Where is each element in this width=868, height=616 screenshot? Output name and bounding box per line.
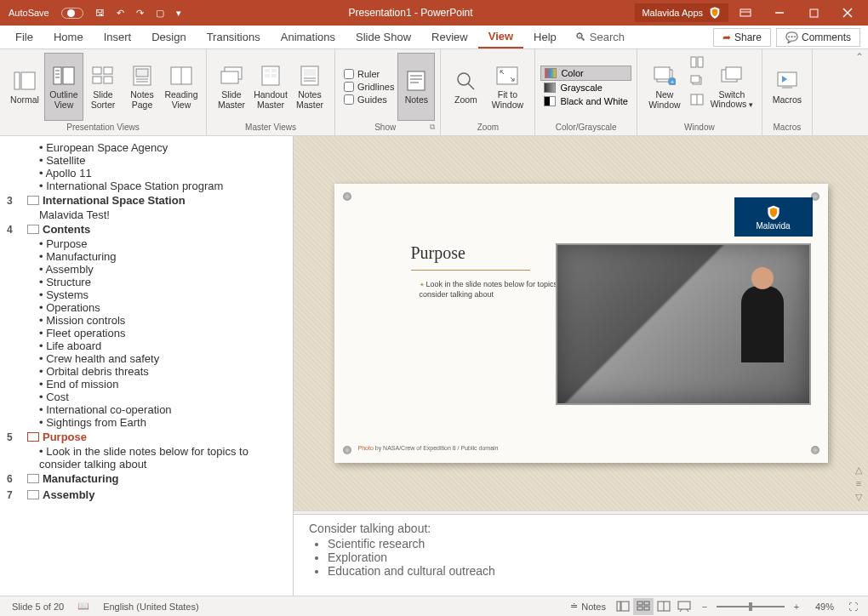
sorter-view-icon[interactable] (633, 598, 654, 615)
undo-icon[interactable]: ↶ (111, 5, 129, 21)
outline-bullet[interactable]: Fleet operations (3, 327, 293, 339)
tab-review[interactable]: Review (421, 26, 478, 48)
outline-bullet[interactable]: Orbital debris threats (3, 365, 293, 378)
save-icon[interactable]: 🖫 (90, 5, 110, 20)
slideshow-view-icon[interactable] (674, 598, 694, 615)
notes-status-button[interactable]: ≐ Notes (563, 601, 613, 612)
gridlines-checkbox[interactable]: Gridlines (344, 82, 394, 92)
outline-bullet[interactable]: Systems (3, 288, 293, 301)
reading-view-button[interactable]: Reading View (162, 53, 201, 121)
grayscale-mode-button[interactable]: Grayscale (540, 81, 631, 94)
app-badge[interactable]: Malavida Apps (635, 3, 728, 22)
present-icon[interactable]: ▢ (151, 5, 169, 21)
notes-page-button[interactable]: Notes Page (123, 53, 162, 121)
move-split-icon[interactable] (688, 92, 705, 107)
tab-slideshow[interactable]: Slide Show (345, 26, 421, 48)
outline-bullet[interactable]: Look in the slide notes below for topics… (3, 445, 293, 471)
tab-animations[interactable]: Animations (271, 26, 345, 48)
share-button[interactable]: ➦Share (713, 28, 771, 47)
tab-insert[interactable]: Insert (94, 26, 142, 48)
new-window-button[interactable]: +New Window (642, 53, 687, 121)
slide-photo[interactable] (556, 243, 811, 405)
outline-bullet[interactable]: Sightings from Earth (3, 416, 293, 429)
slide[interactable]: Malavida Purpose Look in the slide notes… (334, 184, 828, 463)
zoom-out-button[interactable]: − (694, 598, 715, 615)
slide-body-text[interactable]: Look in the slide notes below for topics… (420, 279, 573, 299)
credit-link[interactable]: Photo (358, 445, 374, 451)
outline-bullet[interactable]: Purpose (3, 237, 293, 250)
arrange-all-icon[interactable] (688, 54, 705, 70)
qat-dropdown-icon[interactable]: ▾ (171, 5, 186, 21)
fit-window-button[interactable]: Fit to Window (485, 53, 529, 121)
zoom-in-button[interactable]: + (786, 598, 807, 615)
outline-bullet[interactable]: Crew health and safety (3, 352, 293, 365)
notes-bullet[interactable]: Exploration (328, 550, 853, 564)
outline-bullet[interactable]: European Space Agency (3, 141, 293, 154)
notes-master-button[interactable]: Notes Master (290, 53, 329, 121)
tab-transitions[interactable]: Transitions (197, 26, 271, 48)
outline-slide-title[interactable]: 3 International Space Station (3, 192, 293, 208)
slide-master-button[interactable]: Slide Master (212, 53, 251, 121)
next-slide-icon[interactable]: ▽ (851, 492, 866, 504)
autosave-toggle[interactable] (56, 5, 89, 21)
notes-pane[interactable]: Consider talking about: Scientific resea… (294, 514, 868, 596)
ribbon-mode-icon[interactable] (728, 0, 762, 26)
outline-slide-title[interactable]: 6 Manufacturing (3, 471, 293, 487)
outline-bullet[interactable]: International co-operation (3, 403, 293, 416)
outline-bullet[interactable]: Assembly (3, 263, 293, 276)
prev-slide-icon[interactable]: △ (851, 465, 866, 476)
normal-view-button[interactable]: Normal (5, 53, 44, 121)
tab-help[interactable]: Help (523, 26, 567, 48)
normal-view-icon[interactable] (613, 598, 633, 615)
outline-bullet[interactable]: Satellite (3, 154, 293, 167)
outline-slide-title[interactable]: 7 Assembly (3, 487, 293, 503)
outline-bullet[interactable]: Operations (3, 301, 293, 314)
spellcheck-icon[interactable]: 📖 (71, 601, 96, 612)
tab-design[interactable]: Design (141, 26, 196, 48)
ruler-checkbox[interactable]: Ruler (344, 69, 394, 79)
outline-bullet[interactable]: Life aboard (3, 339, 293, 352)
outline-bullet[interactable]: Manufacturing (3, 250, 293, 263)
outline-bullet[interactable]: Cost (3, 391, 293, 403)
tab-file[interactable]: File (5, 26, 43, 48)
tab-home[interactable]: Home (43, 26, 94, 48)
macros-button[interactable]: Macros (768, 53, 807, 121)
tab-view[interactable]: View (478, 26, 523, 48)
switch-windows-button[interactable]: Switch Windows ▾ (707, 53, 757, 121)
bw-mode-button[interactable]: Black and White (540, 94, 631, 108)
outline-bullet[interactable]: Mission controls (3, 314, 293, 327)
outline-slide-title-selected[interactable]: 5 Purpose (3, 429, 293, 445)
zoom-slider[interactable] (717, 606, 785, 607)
search-button[interactable]: 🔍︎Search (567, 31, 633, 43)
notes-bullet[interactable]: Scientific research (328, 537, 853, 550)
dialog-launcher-icon[interactable]: ⧉ (430, 123, 435, 132)
outline-bullet[interactable]: Structure (3, 276, 293, 288)
zoom-level[interactable]: 49% (808, 602, 841, 612)
reading-view-icon[interactable] (654, 598, 674, 615)
minimize-button[interactable] (762, 0, 797, 26)
collapse-ribbon-icon[interactable]: ⌃ (853, 51, 866, 65)
comments-button[interactable]: 💬Comments (776, 28, 860, 47)
close-button[interactable] (831, 0, 865, 26)
maximize-button[interactable] (797, 0, 831, 26)
redo-icon[interactable]: ↷ (131, 5, 149, 21)
outline-pane[interactable]: European Space AgencySatelliteApollo 11I… (0, 136, 294, 596)
outline-slide-title[interactable]: 4 Contents (3, 221, 293, 237)
scroll-handle-icon[interactable]: ≡ (851, 478, 866, 490)
language-status[interactable]: English (United States) (96, 602, 206, 612)
outline-subtitle[interactable]: Malavida Test! (3, 208, 293, 221)
outline-bullet[interactable]: Apollo 11 (3, 167, 293, 180)
zoom-button[interactable]: Zoom (446, 53, 485, 121)
outline-bullet[interactable]: International Space Station program (3, 180, 293, 192)
outline-bullet[interactable]: End of mission (3, 378, 293, 391)
slide-sorter-button[interactable]: Slide Sorter (83, 53, 123, 121)
notes-toggle-button[interactable]: Notes (397, 53, 435, 121)
outline-view-button[interactable]: Outline View (44, 53, 83, 121)
fit-to-window-icon[interactable]: ⛶ (842, 598, 863, 615)
color-mode-button[interactable]: Color (540, 66, 631, 81)
slide-area[interactable]: Malavida Purpose Look in the slide notes… (294, 136, 868, 510)
cascade-icon[interactable] (688, 73, 705, 88)
guides-checkbox[interactable]: Guides (344, 94, 394, 105)
slide-counter[interactable]: Slide 5 of 20 (5, 602, 71, 612)
handout-master-button[interactable]: Handout Master (251, 53, 290, 121)
